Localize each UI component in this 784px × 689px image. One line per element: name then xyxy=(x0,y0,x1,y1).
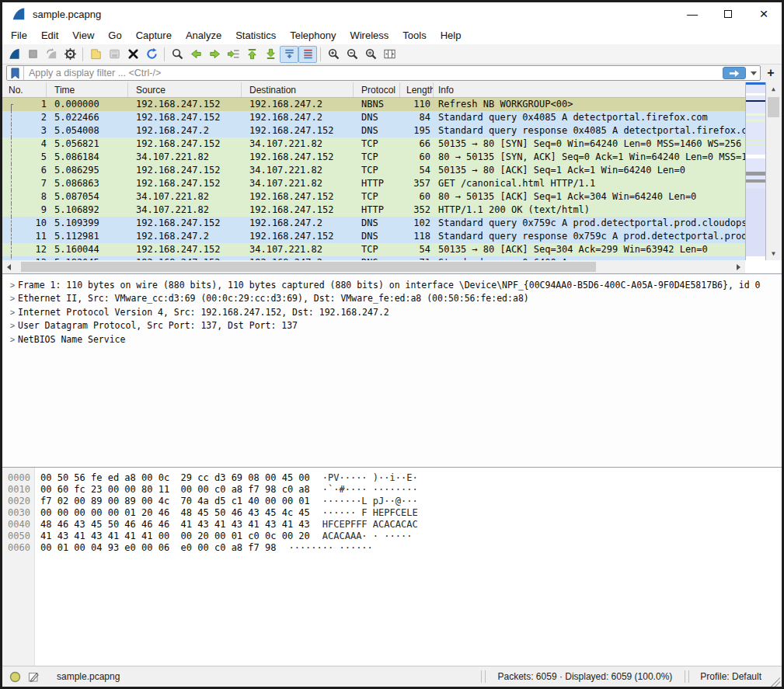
go-back-button[interactable] xyxy=(186,46,205,63)
menu-help[interactable]: Help xyxy=(434,27,469,43)
menu-wireless[interactable]: Wireless xyxy=(343,27,395,43)
menu-file[interactable]: File xyxy=(4,27,34,43)
find-packet-button[interactable] xyxy=(168,46,186,63)
packet-row[interactable]: 105.109399192.168.247.152192.168.247.2DN… xyxy=(2,217,782,230)
profile-selector[interactable]: Profile: Default xyxy=(691,671,771,682)
column-header-source[interactable]: Source xyxy=(128,82,242,97)
capture-comment-button[interactable] xyxy=(28,671,40,683)
capture-options-icon xyxy=(64,47,77,61)
menu-analyze[interactable]: Analyze xyxy=(179,27,228,43)
open-file-button[interactable] xyxy=(86,46,105,63)
detail-tree-row[interactable]: >Frame 1: 110 bytes on wire (880 bits), … xyxy=(2,278,782,292)
maximize-button[interactable] xyxy=(710,2,746,26)
packet-row[interactable]: 115.112981192.168.247.2192.168.247.152DN… xyxy=(2,230,782,243)
column-header-time[interactable]: Time xyxy=(47,82,128,97)
expand-chevron-icon[interactable]: > xyxy=(7,335,18,344)
go-forward-button[interactable] xyxy=(205,46,224,63)
packet-row[interactable]: 85.08705434.107.221.82192.168.247.152TCP… xyxy=(2,190,782,204)
column-header-destination[interactable]: Destination xyxy=(242,82,354,97)
save-file-button[interactable] xyxy=(105,46,124,63)
go-top-button[interactable] xyxy=(242,46,261,63)
go-to-packet-button[interactable] xyxy=(224,46,242,63)
capture-options-button[interactable] xyxy=(61,46,79,63)
start-capture-button[interactable] xyxy=(5,46,23,63)
hex-bytes: 00 50 56 fe ed a8 00 0c 29 cc d3 69 08 0… xyxy=(35,472,310,484)
packet-row[interactable]: 35.054008192.168.247.2192.168.247.152DNS… xyxy=(2,124,782,137)
detail-text: Internet Protocol Version 4, Src: 192.16… xyxy=(18,307,389,318)
hex-row[interactable]: 005041 43 41 43 41 41 41 00 00 20 00 01 … xyxy=(2,531,782,542)
close-button[interactable]: × xyxy=(746,2,782,26)
vertical-scrollbar[interactable]: ▲ ▼ xyxy=(766,82,781,260)
packet-row[interactable]: 75.086863192.168.247.15234.107.221.82HTT… xyxy=(2,177,782,190)
menu-statistics[interactable]: Statistics xyxy=(228,27,283,43)
column-header-info[interactable]: Info xyxy=(434,82,782,97)
detail-tree-row[interactable]: >User Datagram Protocol, Src Port: 137, … xyxy=(2,319,782,333)
zoom-in-button[interactable] xyxy=(324,46,343,63)
hex-row[interactable]: 001000 60 fc 23 00 00 80 11 00 00 c0 a8 … xyxy=(2,484,782,496)
menu-telephony[interactable]: Telephony xyxy=(283,27,343,43)
scroll-down-arrow[interactable]: ▼ xyxy=(766,247,781,260)
expand-chevron-icon[interactable]: > xyxy=(7,294,18,303)
zoom-out-button[interactable] xyxy=(343,46,361,63)
vertical-scrollbar-thumb[interactable] xyxy=(768,97,779,117)
cell-len: 357 xyxy=(400,177,434,190)
packet-row[interactable]: 45.056821192.168.247.15234.107.221.82TCP… xyxy=(2,137,782,151)
expand-chevron-icon[interactable]: > xyxy=(7,280,18,290)
go-bottom-button[interactable] xyxy=(261,46,280,63)
column-header-protocol[interactable]: Protocol xyxy=(354,82,400,97)
menu-go[interactable]: Go xyxy=(101,27,128,43)
packet-row[interactable]: 125.160044192.168.247.15234.107.221.82TC… xyxy=(2,243,782,256)
packet-row[interactable]: 10.000000192.168.247.152192.168.247.2NBN… xyxy=(2,98,782,111)
resize-columns-button[interactable] xyxy=(380,46,399,63)
expert-info-button[interactable] xyxy=(9,671,21,683)
colorize-button[interactable] xyxy=(298,46,317,63)
packet-row[interactable]: 65.086295192.168.247.15234.107.221.82TCP… xyxy=(2,164,782,177)
scroll-right-arrow[interactable] xyxy=(732,260,745,273)
column-header-no[interactable]: No. xyxy=(2,82,47,97)
intelligent-scrollbar-minimap[interactable] xyxy=(745,82,766,260)
filter-bookmark-button[interactable] xyxy=(7,66,24,80)
menu-view[interactable]: View xyxy=(65,27,101,43)
apply-filter-button[interactable] xyxy=(723,67,746,79)
reload-file-button[interactable] xyxy=(142,46,161,63)
menu-tools[interactable]: Tools xyxy=(395,27,433,43)
horizontal-scrollbar[interactable] xyxy=(2,260,745,273)
menu-edit[interactable]: Edit xyxy=(34,27,65,43)
hex-row[interactable]: 0020f7 02 00 89 00 89 00 4c 70 4a d5 c1 … xyxy=(2,496,782,507)
expand-chevron-icon[interactable]: > xyxy=(7,321,18,330)
menu-capture[interactable]: Capture xyxy=(129,27,179,43)
cell-no: 1 xyxy=(13,98,47,111)
add-filter-button[interactable]: + xyxy=(764,66,778,80)
resize-grip[interactable] xyxy=(771,677,780,687)
scroll-up-arrow[interactable]: ▲ xyxy=(766,82,781,96)
scroll-left-arrow[interactable] xyxy=(2,260,16,273)
expand-chevron-icon[interactable]: > xyxy=(7,308,18,317)
hex-row[interactable]: 000000 50 56 fe ed a8 00 0c 29 cc d3 69 … xyxy=(2,472,782,484)
display-filter-input[interactable] xyxy=(24,66,723,80)
close-file-button[interactable] xyxy=(124,46,142,63)
detail-tree-row[interactable]: >NetBIOS Name Service xyxy=(2,332,782,346)
auto-scroll-button[interactable] xyxy=(280,46,298,63)
display-filter-box xyxy=(6,65,761,81)
minimize-button[interactable]: — xyxy=(674,2,710,26)
zoom-original-button[interactable] xyxy=(361,46,380,63)
restart-capture-button[interactable] xyxy=(42,46,61,63)
status-file-name[interactable]: sample.pcapng xyxy=(57,671,120,682)
packet-row[interactable]: 55.08618434.107.221.82192.168.247.152TCP… xyxy=(2,151,782,164)
detail-tree-row[interactable]: >Internet Protocol Version 4, Src: 192.1… xyxy=(2,305,782,319)
packet-row[interactable]: 25.022466192.168.247.152192.168.247.2DNS… xyxy=(2,111,782,124)
cell-src: 34.107.221.82 xyxy=(128,151,242,164)
edit-pencil-icon xyxy=(28,671,40,683)
related-packet-line xyxy=(2,230,13,243)
column-header-length[interactable]: Length xyxy=(400,82,434,97)
horizontal-scrollbar-thumb[interactable] xyxy=(21,262,596,272)
hex-row[interactable]: 003000 00 00 00 00 01 20 46 48 45 50 46 … xyxy=(2,507,782,519)
cell-no: 11 xyxy=(13,230,47,243)
toolbar-separator xyxy=(320,47,321,61)
hex-row[interactable]: 004048 46 43 45 50 46 46 46 41 43 41 43 … xyxy=(2,519,782,531)
detail-tree-row[interactable]: >Ethernet II, Src: VMware_cc:d3:69 (00:0… xyxy=(2,292,782,306)
packet-row[interactable]: 95.10689234.107.221.82192.168.247.152HTT… xyxy=(2,204,782,217)
hex-row[interactable]: 006000 01 00 04 93 e0 00 06 e0 00 c0 a8 … xyxy=(2,542,782,554)
filter-dropdown-button[interactable] xyxy=(747,66,760,80)
stop-capture-button[interactable] xyxy=(23,46,42,63)
